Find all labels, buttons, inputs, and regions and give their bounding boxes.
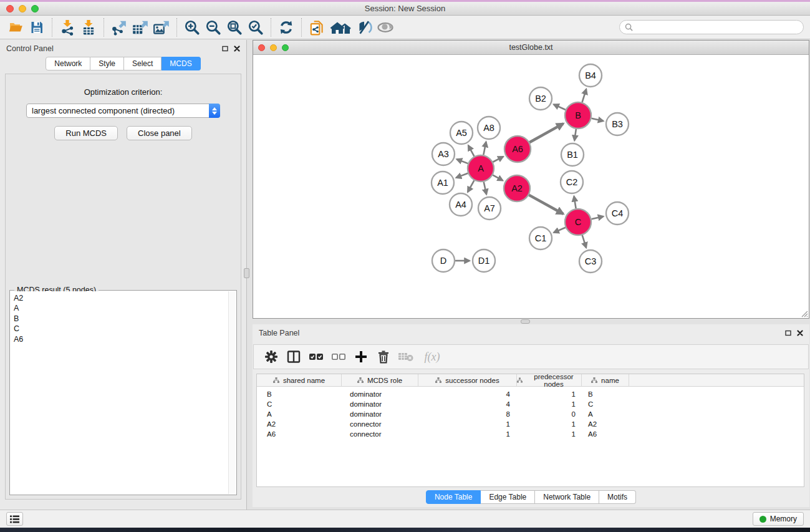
network-canvas[interactable]: B4B2BB3B1A5A8A3A6AA1A4A7A2C2CC4C1C3DD1 [253, 56, 809, 318]
graph-edge-A-A1[interactable] [456, 173, 468, 178]
table-row[interactable]: Bdominator41B [257, 389, 804, 399]
search-input[interactable] [636, 23, 798, 32]
table-cell[interactable]: dominator [342, 390, 418, 398]
delete-column-icon[interactable] [372, 346, 395, 367]
close-panel-icon[interactable] [234, 46, 240, 52]
zoom-in-icon[interactable] [181, 17, 203, 37]
column-header-shared-name[interactable]: shared name [257, 374, 342, 386]
tab-mcds[interactable]: MCDS [162, 57, 200, 70]
mcds-result-item[interactable]: C [11, 324, 228, 334]
graph-edge-B-B4[interactable] [582, 89, 587, 102]
tab-node-table[interactable]: Node Table [426, 490, 481, 504]
table-row[interactable]: A6connector11A6 [257, 429, 804, 439]
graph-edge-A-A4[interactable] [468, 180, 474, 192]
table-cell[interactable]: 1 [517, 400, 582, 408]
table-cell[interactable]: 1 [418, 420, 517, 428]
tab-select[interactable]: Select [124, 57, 162, 70]
network-graph[interactable]: B4B2BB3B1A5A8A3A6AA1A4A7A2C2CC4C1C3DD1 [253, 56, 808, 317]
table-cell[interactable]: 8 [418, 410, 517, 418]
run-mcds-button[interactable]: Run MCDS [54, 126, 118, 140]
delete-table-icon[interactable] [395, 346, 417, 367]
graph-node-C1[interactable]: C1 [529, 227, 552, 249]
graph-edge-B-B2[interactable] [554, 104, 566, 110]
graph-node-A7[interactable]: A7 [478, 197, 501, 220]
table-cell[interactable]: A6 [257, 430, 342, 438]
graph-node-D1[interactable]: D1 [473, 249, 495, 272]
table-cell[interactable]: 1 [418, 430, 517, 438]
graph-node-C3[interactable]: C3 [579, 250, 602, 273]
graph-node-B4[interactable]: B4 [579, 64, 602, 87]
open-folder-icon[interactable] [5, 17, 26, 37]
graph-edge-A-A6[interactable] [493, 157, 503, 162]
vertical-splitter-handle[interactable] [244, 268, 249, 278]
table-cell[interactable]: A [582, 410, 629, 418]
mcds-result-item[interactable]: A6 [11, 334, 228, 344]
graph-node-B3[interactable]: B3 [606, 113, 629, 135]
node-table[interactable]: shared nameMCDS rolesuccessor nodesprede… [256, 374, 804, 487]
network-window-titlebar[interactable]: testGlobe.txt [253, 41, 809, 55]
graph-node-B[interactable]: B [565, 102, 591, 128]
graph-node-A3[interactable]: A3 [432, 143, 455, 165]
zoom-out-icon[interactable] [203, 17, 224, 37]
table-cell[interactable]: A [257, 410, 342, 418]
graph-node-A4[interactable]: A4 [450, 193, 472, 216]
optimization-criterion-select[interactable]: largest connected component (directed) [26, 104, 220, 118]
graph-node-A5[interactable]: A5 [450, 122, 473, 144]
add-column-icon[interactable] [350, 346, 372, 367]
memory-button[interactable]: Memory [753, 512, 804, 526]
table-cell[interactable]: C [582, 400, 629, 408]
column-header-predecessor-nodes[interactable]: predecessor nodes [517, 374, 582, 386]
graph-edge-A-A5[interactable] [468, 145, 475, 157]
column-header-name[interactable]: name [582, 374, 629, 386]
tab-edge-table[interactable]: Edge Table [481, 490, 535, 504]
table-cell[interactable]: 1 [517, 430, 582, 438]
graph-edge-A-A8[interactable] [483, 142, 486, 155]
function-builder-icon[interactable]: f(x) [417, 346, 447, 367]
table-cell[interactable]: 1 [517, 390, 582, 398]
mcds-result-list[interactable]: A2ABCA6 [11, 291, 228, 494]
table-cell[interactable]: 4 [418, 390, 517, 398]
export-network-icon[interactable] [108, 17, 130, 37]
table-cell[interactable]: C [257, 400, 342, 408]
refresh-icon[interactable] [276, 17, 297, 37]
split-view-icon[interactable] [282, 346, 305, 367]
window-resize-grip[interactable] [800, 309, 808, 317]
hide-labels-icon[interactable] [354, 17, 375, 37]
search-field[interactable] [619, 20, 804, 34]
tab-style[interactable]: Style [90, 57, 124, 70]
table-cell[interactable]: 1 [517, 420, 582, 428]
graph-node-A8[interactable]: A8 [478, 117, 500, 139]
zoom-fit-icon[interactable] [224, 17, 245, 37]
graph-edge-A2-C[interactable] [529, 195, 563, 214]
graph-node-A6[interactable]: A6 [504, 136, 531, 162]
table-row[interactable]: Cdominator41C [257, 399, 804, 409]
column-header-successor-nodes[interactable]: successor nodes [418, 374, 517, 386]
graph-node-D[interactable]: D [432, 249, 455, 272]
table-cell[interactable]: B [582, 390, 629, 398]
table-cell[interactable]: connector [342, 430, 418, 438]
import-network-icon[interactable] [57, 17, 78, 37]
deselect-all-icon[interactable] [327, 346, 350, 367]
graph-node-B2[interactable]: B2 [529, 87, 552, 110]
graph-node-A1[interactable]: A1 [432, 172, 454, 194]
table-cell[interactable]: A6 [582, 430, 629, 438]
duplicate-network-icon[interactable] [306, 17, 327, 37]
gear-icon[interactable] [260, 346, 282, 367]
mcds-result-item[interactable]: B [11, 314, 228, 324]
graph-edge-C-C4[interactable] [591, 216, 603, 219]
graph-edge-C-C3[interactable] [582, 235, 586, 248]
table-cell[interactable]: 0 [517, 410, 582, 418]
mcds-result-item[interactable]: A [11, 303, 228, 313]
column-header-MCDS-role[interactable]: MCDS role [342, 374, 418, 386]
graph-edge-A-A7[interactable] [484, 181, 486, 194]
table-row[interactable]: A2connector11A2 [257, 419, 804, 429]
tab-motifs[interactable]: Motifs [599, 490, 636, 504]
float-panel-icon[interactable] [785, 330, 791, 336]
table-cell[interactable]: A2 [582, 420, 629, 428]
mcds-result-item[interactable]: A2 [11, 293, 228, 303]
tab-network[interactable]: Network [46, 57, 90, 70]
graph-edge-C-C2[interactable] [574, 196, 576, 209]
graph-node-A[interactable]: A [468, 155, 494, 181]
home-view-icon[interactable] [327, 17, 354, 37]
table-cell[interactable]: A2 [257, 420, 342, 428]
